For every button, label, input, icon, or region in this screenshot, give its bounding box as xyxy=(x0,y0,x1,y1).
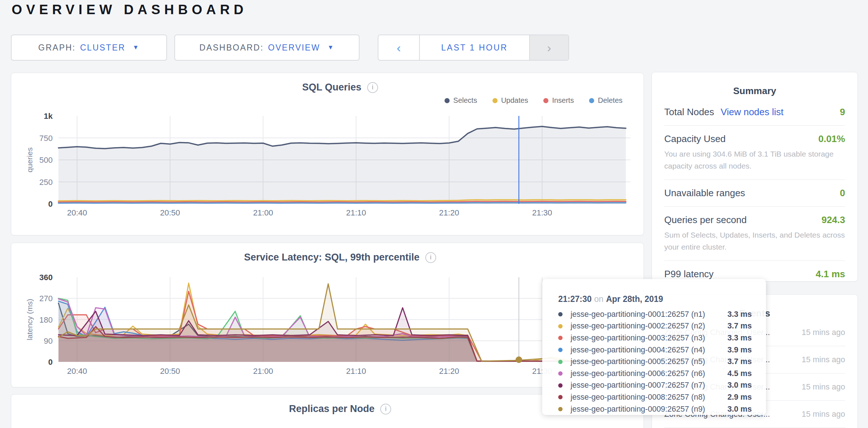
tooltip-node-name: jesse-geo-partitioning-0005:26257 (n5) xyxy=(571,357,727,366)
node-color-dot-icon xyxy=(558,407,563,411)
tooltip-row: jesse-geo-partitioning-0009:26257 (n9)3.… xyxy=(558,403,751,415)
tooltip-row: jesse-geo-partitioning-0004:26257 (n4)3.… xyxy=(558,344,751,356)
tooltip-row: jesse-geo-partitioning-0005:26257 (n5)3.… xyxy=(558,356,751,368)
tooltip-node-name: jesse-geo-partitioning-0009:26257 (n9) xyxy=(571,405,727,414)
tooltip-timestamp: 21:27:30onApr 28th, 2019 xyxy=(558,294,751,304)
svg-text:270: 270 xyxy=(39,294,53,303)
svg-text:0: 0 xyxy=(48,358,53,367)
tooltip-node-name: jesse-geo-partitioning-0001:26257 (n1) xyxy=(571,310,727,319)
tooltip-node-name: jesse-geo-partitioning-0006:26257 (n6) xyxy=(571,369,727,378)
tooltip-rows: jesse-geo-partitioning-0001:26257 (n1)3.… xyxy=(558,308,751,415)
node-color-dot-icon xyxy=(558,312,563,316)
svg-text:21:20: 21:20 xyxy=(439,208,459,217)
event-time-ago: 15 mins ago xyxy=(800,382,845,392)
tooltip-node-value: 3.3 ms xyxy=(727,334,752,343)
dashboard-dropdown[interactable]: DASHBOARD: OVERVIEW ▼ xyxy=(174,35,360,61)
queries-per-second-label: Queries per second xyxy=(664,214,747,226)
dashboard-dropdown-value: OVERVIEW xyxy=(268,43,320,53)
tooltip-node-value: 3.0 ms xyxy=(727,405,752,414)
time-prev-button[interactable]: ‹ xyxy=(378,35,420,60)
time-range-button[interactable]: LAST 1 HOUR xyxy=(420,35,529,60)
queries-per-second-value: 924.3 xyxy=(822,214,845,226)
svg-text:21:00: 21:00 xyxy=(253,367,273,376)
view-nodes-list-link[interactable]: View nodes list xyxy=(721,106,783,118)
tooltip-node-value: 3.9 ms xyxy=(727,346,752,355)
tooltip-row: jesse-geo-partitioning-0007:26257 (n7)3.… xyxy=(558,380,751,392)
graph-dropdown-value: CLUSTER xyxy=(80,43,126,53)
tooltip-node-value: 4.5 ms xyxy=(727,369,752,378)
tooltip-node-name: jesse-geo-partitioning-0004:26257 (n4) xyxy=(571,346,727,355)
svg-text:250: 250 xyxy=(39,178,53,187)
tooltip-node-value: 3.7 ms xyxy=(727,357,752,366)
info-icon[interactable]: i xyxy=(380,404,391,415)
chevron-right-icon: › xyxy=(547,41,551,55)
tooltip-row: jesse-geo-partitioning-0002:26257 (n2)3.… xyxy=(558,320,751,332)
node-color-dot-icon xyxy=(558,324,563,328)
capacity-used-value: 0.01% xyxy=(818,133,845,145)
tooltip-node-name: jesse-geo-partitioning-0007:26257 (n7) xyxy=(571,381,727,390)
tooltip-row: jesse-geo-partitioning-0008:26257 (n8)2.… xyxy=(558,391,751,403)
capacity-used-description: You are using 304.6 MiB of 3.1 TiB usabl… xyxy=(664,148,845,172)
svg-text:750: 750 xyxy=(39,134,53,143)
tooltip-row: jesse-geo-partitioning-0006:26257 (n6)4.… xyxy=(558,368,751,380)
tooltip-row: jesse-geo-partitioning-0003:26257 (n3)3.… xyxy=(558,332,751,344)
graph-dropdown-label: GRAPH: xyxy=(38,43,76,53)
svg-text:21:20: 21:20 xyxy=(439,367,459,376)
node-color-dot-icon xyxy=(558,336,563,340)
capacity-used-label: Capacity Used xyxy=(664,133,726,145)
svg-text:180: 180 xyxy=(39,315,53,324)
time-next-button-disabled[interactable]: › xyxy=(529,35,568,60)
total-nodes-label: Total Nodes xyxy=(664,106,714,118)
svg-text:20:50: 20:50 xyxy=(160,367,180,376)
tooltip-node-value: 2.9 ms xyxy=(727,393,752,402)
node-color-dot-icon xyxy=(558,360,563,364)
event-time-ago: 15 mins ago xyxy=(800,409,845,420)
queries-per-second-description: Sum of Selects, Updates, Inserts, and De… xyxy=(664,229,845,253)
chart-hover-tooltip: 21:27:30onApr 28th, 2019 jesse-geo-parti… xyxy=(542,279,766,415)
chart-title: Replicas per Node xyxy=(289,403,375,415)
time-range-selector: ‹ LAST 1 HOUR › xyxy=(378,35,569,61)
svg-text:latency (ms): latency (ms) xyxy=(25,299,34,340)
tooltip-row: jesse-geo-partitioning-0001:26257 (n1)3.… xyxy=(558,308,751,320)
chevron-left-icon: ‹ xyxy=(397,41,401,55)
summary-title: Summary xyxy=(652,85,857,97)
svg-text:500: 500 xyxy=(39,156,53,165)
p99-latency-label: P99 latency xyxy=(664,268,714,280)
svg-text:1k: 1k xyxy=(44,112,53,121)
svg-text:21:10: 21:10 xyxy=(346,367,366,376)
page-title: OVERVIEW DASHBOARD xyxy=(12,2,247,17)
sql-queries-card: SQL Queries i SelectsUpdatesInsertsDelet… xyxy=(11,73,644,235)
chevron-down-icon: ▼ xyxy=(133,44,139,51)
dashboard-dropdown-label: DASHBOARD: xyxy=(199,43,264,53)
svg-text:0: 0 xyxy=(48,199,53,209)
svg-text:20:40: 20:40 xyxy=(67,367,87,376)
svg-text:20:40: 20:40 xyxy=(67,208,87,217)
svg-text:21:10: 21:10 xyxy=(346,208,366,217)
sql-queries-chart[interactable]: 02505007501k20:4020:5021:0021:1021:2021:… xyxy=(11,73,644,236)
tooltip-node-name: jesse-geo-partitioning-0008:26257 (n8) xyxy=(571,393,727,402)
node-color-dot-icon xyxy=(558,371,563,376)
chevron-down-icon: ▼ xyxy=(328,44,334,51)
unavailable-ranges-value: 0 xyxy=(840,187,845,199)
event-time-ago: 15 mins ago xyxy=(800,327,845,338)
svg-text:21:00: 21:00 xyxy=(253,208,273,217)
svg-text:90: 90 xyxy=(44,336,53,346)
graph-dropdown[interactable]: GRAPH: CLUSTER ▼ xyxy=(11,35,167,61)
svg-text:queries: queries xyxy=(25,148,34,173)
tooltip-node-name: jesse-geo-partitioning-0003:26257 (n3) xyxy=(571,334,727,343)
svg-text:20:50: 20:50 xyxy=(160,208,180,217)
tooltip-node-value: 3.0 ms xyxy=(727,381,752,390)
tooltip-node-value: 3.3 ms xyxy=(727,310,752,319)
tooltip-node-name: jesse-geo-partitioning-0002:26257 (n2) xyxy=(571,322,727,331)
svg-text:360: 360 xyxy=(39,273,53,282)
node-color-dot-icon xyxy=(558,348,563,352)
p99-latency-value: 4.1 ms xyxy=(816,268,845,280)
total-nodes-value: 9 xyxy=(840,106,845,118)
event-time-ago: 15 mins ago xyxy=(800,355,845,365)
unavailable-ranges-label: Unavailable ranges xyxy=(664,187,745,199)
node-color-dot-icon xyxy=(558,383,563,388)
node-color-dot-icon xyxy=(558,395,563,399)
svg-text:21:30: 21:30 xyxy=(532,208,552,217)
summary-panel: Summary Total Nodes View nodes list 9 Ca… xyxy=(652,72,858,282)
tooltip-node-value: 3.7 ms xyxy=(727,322,752,331)
